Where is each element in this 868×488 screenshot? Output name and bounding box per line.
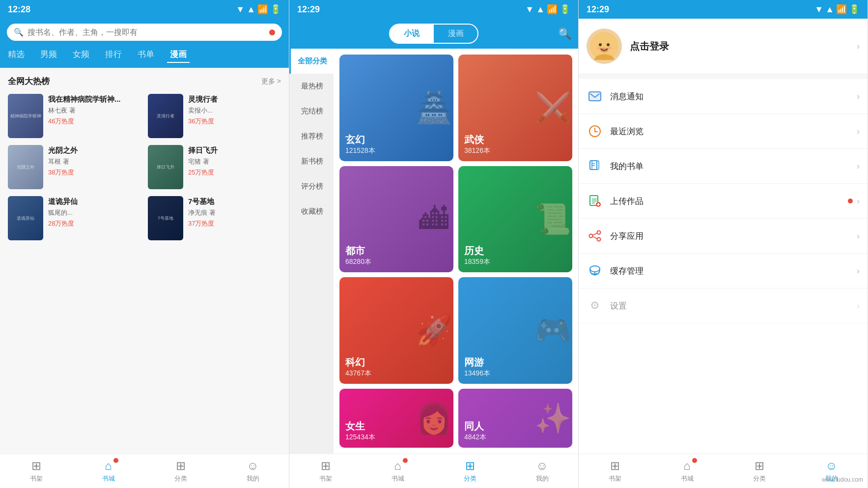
xiaoxi-arrow: › [857, 91, 860, 102]
shujia-label-2: 书架 [319, 474, 332, 483]
shujia-icon-3: ⊞ [610, 459, 620, 473]
book-author-6: 净无痕 著 [188, 208, 281, 217]
sidebar-pingfen[interactable]: 评分榜 [289, 174, 334, 199]
bottom-nav-fenlei-3[interactable]: ⊞ 分类 [723, 454, 795, 488]
more-link[interactable]: 更多 > [261, 77, 281, 86]
sidebar-zuire[interactable]: 最热榜 [289, 74, 334, 99]
xiaoxi-icon [587, 88, 603, 105]
tab-xiaoshuo[interactable]: 小说 [390, 25, 434, 43]
shucheng-label-1: 书城 [102, 474, 115, 483]
tab-nanpin[interactable]: 男频 [37, 47, 60, 63]
menu-item-xiaoxi[interactable]: 消息通知 › [579, 79, 868, 114]
huancun-arrow: › [857, 266, 860, 276]
sidebar-quanbu[interactable]: 全部分类 [289, 49, 334, 74]
cat-card-lishi[interactable]: 📜 历史 18359本 [458, 166, 572, 273]
search-bar[interactable]: 🔍 [7, 24, 282, 41]
shezhi-text: 设置 [610, 300, 857, 312]
menu-item-huancun[interactable]: 缓存管理 › [579, 254, 868, 288]
shucheng-badge-3 [692, 458, 697, 463]
dushi-count: 68280本 [345, 258, 448, 266]
status-icons-3: ▼ ▲ 📶 🔋 [814, 4, 860, 15]
bottom-nav-fenlei-1[interactable]: ⊞ 分类 [144, 454, 217, 488]
wode-icon-1: ☺ [247, 459, 259, 473]
status-bar-2: 12:29 ▼ ▲ 📶 🔋 [289, 0, 578, 19]
search-input[interactable] [28, 28, 265, 37]
fenxiang-arrow: › [857, 231, 860, 241]
time-3: 12:29 [587, 4, 609, 15]
nav-tabs-1: 精选 男频 女频 排行 书单 漫画 [0, 47, 289, 68]
menu-item-shudun[interactable]: 我的书单 › [579, 149, 868, 184]
book-item-2[interactable]: 灵境行者 灵境行者 卖报小... 36万热度 [148, 94, 281, 138]
shangchuan-arrow: › [857, 196, 860, 206]
shucheng-icon-1: ⌂ [105, 459, 112, 473]
bottom-nav-shucheng-3[interactable]: ⌂ 书城 [651, 454, 723, 488]
wode-label-2: 我的 [536, 474, 549, 483]
book-info-6: 7号基地 净无痕 著 37万热度 [188, 196, 281, 228]
book-item-5[interactable]: 道诡异仙 道诡异仙 狐尾的... 28万热度 [8, 196, 141, 240]
sidebar-shoucang[interactable]: 收藏榜 [289, 199, 334, 224]
search-dot [269, 29, 275, 35]
bottom-nav-wode-2[interactable]: ☺ 我的 [506, 454, 578, 488]
panel1-content: 全网大热榜 更多 > 精神病院学斩神 我在精神病院学斩神... 林七夜 著 46… [0, 68, 289, 454]
book-item-3[interactable]: 光阴之外 光阴之外 耳根 著 38万热度 [8, 145, 141, 189]
cat-card-kehuan[interactable]: 🚀 科幻 43767本 [339, 277, 453, 384]
zuijin-icon [587, 123, 603, 140]
book-item-1[interactable]: 精神病院学斩神 我在精神病院学斩神... 林七夜 著 46万热度 [8, 94, 141, 138]
bottom-nav-shucheng-1[interactable]: ⌂ 书城 [72, 454, 144, 488]
svg-point-21 [589, 234, 593, 238]
bottom-nav-wode-1[interactable]: ☺ 我的 [217, 454, 289, 488]
cat-card-wangyou[interactable]: 🎮 网游 13496本 [458, 277, 572, 384]
book-item-6[interactable]: 7号基地 7号基地 净无痕 著 37万热度 [148, 196, 281, 240]
book-author-4: 宅猪 著 [188, 157, 281, 166]
tab-manhua[interactable]: 漫画 [167, 47, 190, 63]
sidebar-xinshu[interactable]: 新书榜 [289, 149, 334, 174]
tongren-count: 4842本 [464, 433, 566, 442]
status-icons-2: ▼ ▲ 📶 🔋 [525, 4, 570, 15]
status-bar-3: 12:29 ▼ ▲ 📶 🔋 [579, 0, 868, 19]
shezhi-arrow: › [857, 301, 860, 311]
menu-item-shangchuan[interactable]: 上传作品 › [579, 184, 868, 219]
svg-point-20 [597, 231, 601, 234]
tab-nvpin[interactable]: 女频 [70, 47, 92, 63]
bottom-nav-shujia-3[interactable]: ⊞ 书架 [579, 454, 651, 488]
book-cover-2: 灵境行者 [148, 94, 183, 138]
menu-item-zuijin[interactable]: 最近浏览 › [579, 114, 868, 149]
tongren-title: 同人 [464, 420, 566, 433]
svg-point-5 [607, 47, 612, 50]
wangyou-count: 13496本 [464, 369, 566, 378]
book-title-5: 道诡异仙 [48, 196, 141, 206]
tab-jingxuan[interactable]: 精选 [5, 47, 28, 63]
bottom-nav-shucheng-2[interactable]: ⌂ 书城 [362, 454, 434, 488]
panel-wode: 12:29 ▼ ▲ 📶 🔋 点击登录 › [579, 0, 868, 488]
zuijin-text: 最近浏览 [610, 126, 857, 137]
cat-card-xuanhuan[interactable]: 🏯 玄幻 121528本 [339, 55, 453, 161]
sidebar-tuijian[interactable]: 推荐榜 [289, 124, 334, 149]
cat-card-dushi[interactable]: 🏙 都市 68280本 [339, 166, 453, 273]
tab-shudun[interactable]: 书单 [135, 47, 157, 63]
bottom-nav-1: ⊞ 书架 ⌂ 书城 ⊞ 分类 ☺ 我的 [0, 454, 289, 488]
avatar-svg [589, 31, 619, 61]
tab-manhua[interactable]: 漫画 [434, 25, 477, 43]
search-icon-btn[interactable]: 🔍 [558, 28, 571, 40]
profile-section[interactable]: 点击登录 › [579, 19, 868, 74]
huancun-text: 缓存管理 [610, 265, 857, 277]
tab-paihang[interactable]: 排行 [102, 47, 125, 63]
huancun-icon [587, 262, 603, 279]
cat-card-tongren[interactable]: ✨ 同人 4842本 [458, 389, 572, 448]
section-title: 全网大热榜 [8, 76, 50, 87]
cat-card-nvsheng[interactable]: 👩 女生 125434本 [339, 389, 453, 448]
bottom-nav-shujia-2[interactable]: ⊞ 书架 [289, 454, 362, 488]
shucheng-badge-1 [113, 458, 118, 463]
menu-item-fenxiang[interactable]: 分享应用 › [579, 219, 868, 254]
sidebar-wanjie[interactable]: 完结榜 [289, 99, 334, 124]
bottom-nav-shujia-1[interactable]: ⊞ 书架 [0, 454, 72, 488]
shucheng-icon-3: ⌂ [683, 459, 691, 473]
shucheng-label-2: 书城 [392, 474, 404, 483]
book-item-4[interactable]: 择日飞升 择日飞升 宅猪 著 25万热度 [148, 145, 281, 189]
svg-rect-9 [590, 161, 597, 170]
bottom-nav-fenlei-2[interactable]: ⊞ 分类 [434, 454, 506, 488]
fenxiang-icon [587, 228, 603, 244]
cat-card-wuxia[interactable]: ⚔️ 武侠 38126本 [458, 55, 572, 161]
book-title-2: 灵境行者 [188, 94, 281, 104]
menu-item-shezhi[interactable]: ⚙ 设置 › [579, 288, 868, 323]
